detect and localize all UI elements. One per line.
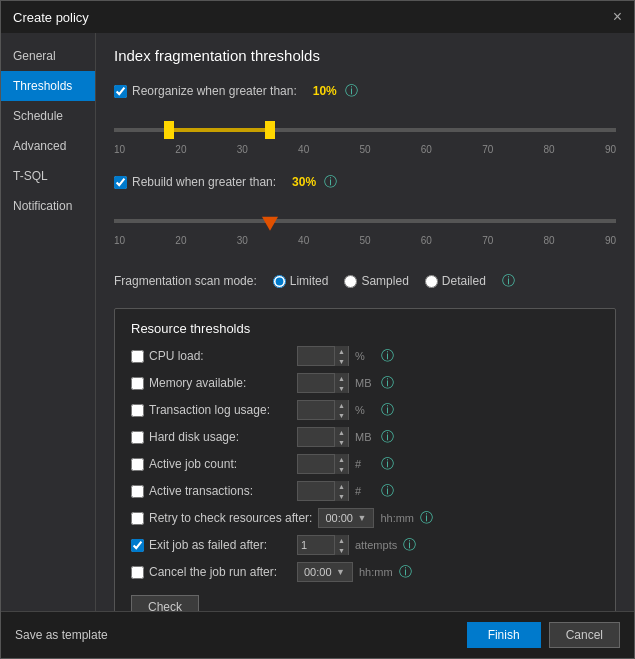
- retry-time-select[interactable]: 00:00 00:30 01:00: [323, 511, 355, 525]
- cpu-load-down-arrow[interactable]: ▼: [335, 356, 348, 366]
- sidebar-item-tsql[interactable]: T-SQL: [1, 161, 95, 191]
- reorganize-slider-handle-right[interactable]: [265, 121, 275, 139]
- cpu-load-unit: %: [355, 350, 375, 362]
- scan-mode-sampled-radio[interactable]: [344, 275, 357, 288]
- cancel-job-unit: hh:mm: [359, 566, 393, 578]
- transactions-info-icon[interactable]: ⓘ: [381, 482, 394, 500]
- disk-down-arrow[interactable]: ▼: [335, 437, 348, 447]
- disk-up-arrow[interactable]: ▲: [335, 427, 348, 437]
- scan-mode-limited-radio[interactable]: [273, 275, 286, 288]
- memory-down-arrow[interactable]: ▼: [335, 383, 348, 393]
- scan-mode-sampled[interactable]: Sampled: [344, 274, 408, 288]
- sidebar-item-advanced[interactable]: Advanced: [1, 131, 95, 161]
- disk-label[interactable]: Hard disk usage:: [131, 430, 291, 444]
- sidebar-item-thresholds[interactable]: Thresholds: [1, 71, 95, 101]
- rebuild-slider-track-area[interactable]: [114, 209, 616, 233]
- txlog-down-arrow[interactable]: ▼: [335, 410, 348, 420]
- dialog-title: Create policy: [13, 10, 89, 25]
- reorganize-slider-track-area[interactable]: [114, 118, 616, 142]
- check-button[interactable]: Check: [131, 595, 199, 611]
- jobs-checkbox[interactable]: [131, 458, 144, 471]
- main-panel: Index fragmentation thresholds Reorganiz…: [96, 33, 634, 611]
- scan-mode-limited[interactable]: Limited: [273, 274, 329, 288]
- txlog-label[interactable]: Transaction log usage:: [131, 403, 291, 417]
- disk-input-wrap: ▲ ▼: [297, 427, 349, 447]
- cancel-job-checkbox[interactable]: [131, 566, 144, 579]
- cpu-load-input-wrap: ▲ ▼: [297, 346, 349, 366]
- txlog-info-icon[interactable]: ⓘ: [381, 401, 394, 419]
- cancel-job-time-select[interactable]: 00:00 00:30 01:00: [302, 565, 334, 579]
- transactions-input[interactable]: [298, 484, 334, 498]
- rebuild-checkbox[interactable]: [114, 176, 127, 189]
- cpu-load-label[interactable]: CPU load:: [131, 349, 291, 363]
- disk-input[interactable]: [298, 430, 334, 444]
- memory-input[interactable]: [298, 376, 334, 390]
- rebuild-info-icon[interactable]: ⓘ: [324, 173, 337, 191]
- disk-info-icon[interactable]: ⓘ: [381, 428, 394, 446]
- sidebar-item-notification[interactable]: Notification: [1, 191, 95, 221]
- scan-mode-detailed[interactable]: Detailed: [425, 274, 486, 288]
- retry-time-wrap[interactable]: 00:00 00:30 01:00 ▼: [318, 508, 374, 528]
- memory-info-icon[interactable]: ⓘ: [381, 374, 394, 392]
- jobs-down-arrow[interactable]: ▼: [335, 464, 348, 474]
- exit-job-checkbox[interactable]: [131, 539, 144, 552]
- scan-mode-info-icon[interactable]: ⓘ: [502, 272, 515, 290]
- jobs-info-icon[interactable]: ⓘ: [381, 455, 394, 473]
- exit-job-arrows: ▲ ▼: [334, 535, 348, 555]
- cancel-job-label[interactable]: Cancel the job run after:: [131, 565, 291, 579]
- section-title: Index fragmentation thresholds: [114, 47, 616, 64]
- sidebar-item-schedule[interactable]: Schedule: [1, 101, 95, 131]
- cpu-load-input[interactable]: [298, 349, 334, 363]
- resource-row-retry: Retry to check resources after: 00:00 00…: [131, 508, 599, 528]
- cpu-load-info-icon[interactable]: ⓘ: [381, 347, 394, 365]
- memory-up-arrow[interactable]: ▲: [335, 373, 348, 383]
- jobs-input[interactable]: [298, 457, 334, 471]
- resource-thresholds-title: Resource thresholds: [131, 321, 599, 336]
- transactions-down-arrow[interactable]: ▼: [335, 491, 348, 501]
- cpu-load-checkbox[interactable]: [131, 350, 144, 363]
- sidebar-item-general[interactable]: General: [1, 41, 95, 71]
- cancel-job-time-wrap[interactable]: 00:00 00:30 01:00 ▼: [297, 562, 353, 582]
- exit-job-input[interactable]: [298, 538, 334, 552]
- rebuild-label[interactable]: Rebuild when greater than:: [114, 175, 276, 189]
- rebuild-tick-labels: 10 20 30 40 50 60 70 80 90: [114, 235, 616, 246]
- exit-job-label[interactable]: Exit job as failed after:: [131, 538, 291, 552]
- txlog-checkbox[interactable]: [131, 404, 144, 417]
- reorganize-info-icon[interactable]: ⓘ: [345, 82, 358, 100]
- retry-info-icon[interactable]: ⓘ: [420, 509, 433, 527]
- transactions-label[interactable]: Active transactions:: [131, 484, 291, 498]
- transactions-input-wrap: ▲ ▼: [297, 481, 349, 501]
- transactions-checkbox[interactable]: [131, 485, 144, 498]
- jobs-arrows: ▲ ▼: [334, 454, 348, 474]
- transactions-up-arrow[interactable]: ▲: [335, 481, 348, 491]
- retry-label[interactable]: Retry to check resources after:: [131, 511, 312, 525]
- save-template-button[interactable]: Save as template: [15, 628, 108, 642]
- memory-label[interactable]: Memory available:: [131, 376, 291, 390]
- scan-mode-detailed-radio[interactable]: [425, 275, 438, 288]
- cpu-load-up-arrow[interactable]: ▲: [335, 346, 348, 356]
- cancel-job-info-icon[interactable]: ⓘ: [399, 563, 412, 581]
- exit-job-up-arrow[interactable]: ▲: [335, 535, 348, 545]
- transactions-arrows: ▲ ▼: [334, 481, 348, 501]
- footer: Save as template Finish Cancel: [1, 611, 634, 658]
- disk-checkbox[interactable]: [131, 431, 144, 444]
- reorganize-label[interactable]: Reorganize when greater than:: [114, 84, 297, 98]
- cancel-button[interactable]: Cancel: [549, 622, 620, 648]
- rebuild-slider-handle[interactable]: [262, 217, 278, 231]
- jobs-label[interactable]: Active job count:: [131, 457, 291, 471]
- txlog-input[interactable]: [298, 403, 334, 417]
- resource-row-jobs: Active job count: ▲ ▼ # ⓘ: [131, 454, 599, 474]
- exit-job-info-icon[interactable]: ⓘ: [403, 536, 416, 554]
- jobs-up-arrow[interactable]: ▲: [335, 454, 348, 464]
- exit-job-down-arrow[interactable]: ▼: [335, 545, 348, 555]
- finish-button[interactable]: Finish: [467, 622, 541, 648]
- resource-row-memory: Memory available: ▲ ▼ MB ⓘ: [131, 373, 599, 393]
- reorganize-checkbox[interactable]: [114, 85, 127, 98]
- jobs-input-wrap: ▲ ▼: [297, 454, 349, 474]
- reorganize-slider-handle-left[interactable]: [164, 121, 174, 139]
- rebuild-value: 30%: [284, 175, 316, 189]
- close-button[interactable]: ×: [613, 9, 622, 25]
- memory-checkbox[interactable]: [131, 377, 144, 390]
- txlog-up-arrow[interactable]: ▲: [335, 400, 348, 410]
- retry-checkbox[interactable]: [131, 512, 144, 525]
